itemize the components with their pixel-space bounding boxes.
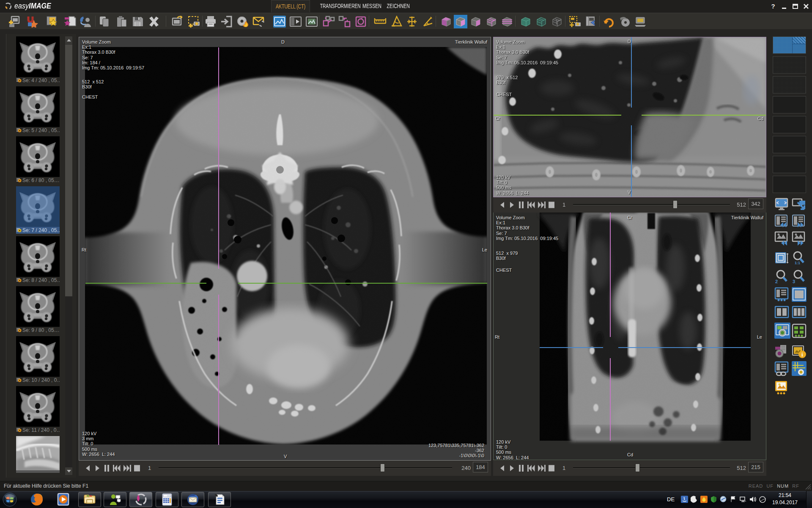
- svg-text:i: i: [801, 351, 803, 358]
- svg-text:3: 3: [793, 279, 795, 284]
- svg-text:2: 2: [775, 279, 778, 284]
- svg-text:1:1: 1:1: [795, 261, 800, 265]
